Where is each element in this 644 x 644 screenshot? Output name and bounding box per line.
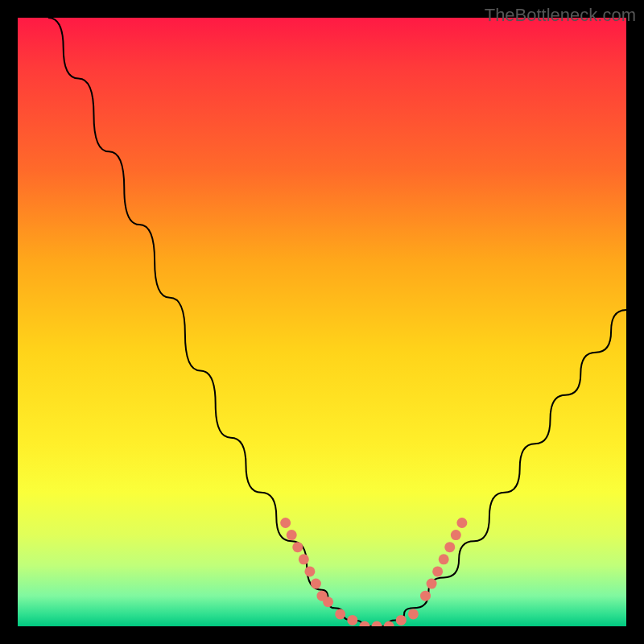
highlight-dot <box>427 579 437 589</box>
highlight-dot <box>432 566 443 576</box>
chart-plot-area <box>18 18 626 626</box>
highlight-dot <box>311 579 321 589</box>
highlight-dot <box>408 609 419 619</box>
highlight-dot <box>304 566 315 576</box>
highlight-dot <box>439 554 449 564</box>
highlight-dot <box>317 591 328 601</box>
watermark-text: TheBottleneck.com <box>485 5 636 26</box>
highlight-dot <box>396 615 407 625</box>
highlight-dot <box>359 621 369 627</box>
highlight-dot <box>287 530 297 540</box>
highlight-dot <box>420 591 431 601</box>
chart-svg <box>18 18 626 626</box>
highlight-dot <box>451 530 461 540</box>
highlight-dot <box>372 621 382 627</box>
highlight-dot <box>347 615 357 625</box>
highlight-dot <box>384 621 394 627</box>
bottleneck-curve <box>48 18 626 626</box>
highlight-dot <box>292 542 303 552</box>
highlight-dot <box>323 597 333 607</box>
highlight-dot <box>280 518 291 528</box>
highlight-dot <box>444 542 455 552</box>
highlight-dot <box>335 609 345 619</box>
highlight-dot <box>299 554 309 564</box>
highlight-dots <box>280 518 467 626</box>
highlight-dot <box>456 518 467 528</box>
